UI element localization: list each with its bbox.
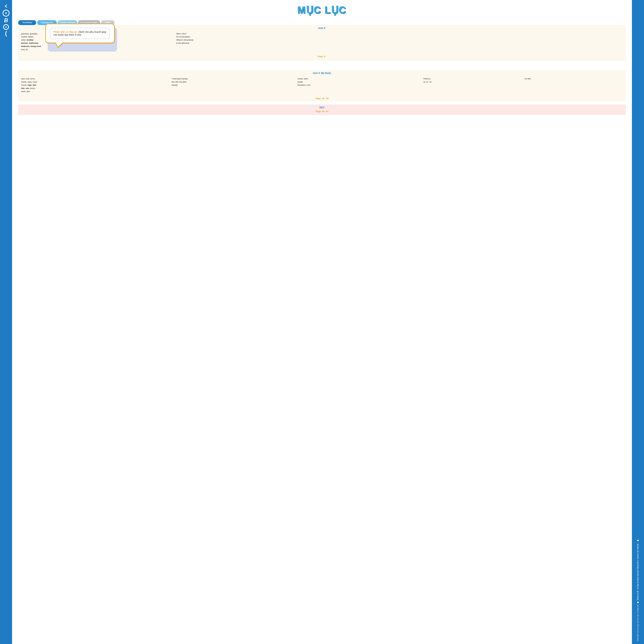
bubble-dashed-border: Phiên bản có đáp án: Dành cho phụ huynh …: [50, 28, 110, 39]
main-content: MỤC LỤC Vocabulary Language Use Content …: [12, 0, 632, 644]
right-dot-1: [637, 540, 639, 541]
key-page: Page: 45 - 47: [18, 110, 626, 115]
speech-bubble-overlay: Phiên bản có đáp án: Dành cho phụ huynh …: [45, 24, 115, 43]
unit3-vocab-text: grandma, grandpa,mother, father,sister, …: [21, 33, 41, 51]
unit4-story: It's Me!: [525, 77, 623, 93]
unit4-sounds-text: Phonics:Jj, Cc, Xx: [423, 78, 432, 83]
unit4-language: I have [two hands].He/ She has [twohands…: [172, 77, 294, 93]
logo-paren: (: [5, 30, 7, 36]
left-sidebar: < B (: [0, 0, 12, 644]
unit4-sounds: Phonics:Jj, Cc, Xx: [423, 77, 522, 93]
logo-b: B: [4, 17, 8, 24]
unit3-wrapper: Unit 3: grandma, grandpa,mother, father,…: [18, 25, 626, 61]
unit3-content-empty: [306, 32, 623, 51]
right-text-line1: Build-up 1B - Có đáp án (theo bộ sách Ti…: [637, 543, 639, 600]
unit4-section: Unit 4: My Body ears, hair, arms,hands, …: [18, 70, 626, 101]
unit3-language: Who's this?It's my [brother].Where's [Gr…: [176, 32, 303, 51]
logo-circle-small: [3, 24, 9, 30]
key-title: KEY: [18, 104, 626, 110]
key-section: KEY Page: 45 - 47: [18, 104, 626, 115]
speech-bubble: Phiên bản có đáp án: Dành cho phụ huynh …: [45, 24, 115, 43]
right-sidebar-content: Build-up 1B - Có đáp án (theo bộ sách Ti…: [637, 540, 639, 641]
unit4-row: ears, hair, arms,hands, eyes, nose.mouth…: [18, 76, 626, 96]
logo-chevron: <: [5, 3, 7, 9]
right-dot-2: [637, 602, 639, 603]
header-vocabulary: Vocabulary: [18, 20, 36, 25]
logo-circle-small-inner: [5, 26, 7, 28]
unit4-vocab-text: ears, hair, arms,hands, eyes, nose.mouth…: [21, 78, 38, 92]
unit4-page: Page: 28 - 44: [18, 96, 626, 101]
bubble-orange-text: Phiên bản có đáp án:: [53, 31, 78, 33]
logo-circle-big: [3, 10, 10, 17]
page-title: MỤC LỤC: [297, 5, 347, 16]
unit4-lang-text: I have [two hands].He/ She has [twohands…: [172, 78, 188, 86]
logo: < B (: [3, 3, 10, 36]
unit4-vocabulary: ears, hair, arms,hands, eyes, nose.mouth…: [21, 77, 169, 93]
unit4-content-text: Colors: pink,purpleNumbers: 9,10: [297, 78, 310, 86]
logo-circle-big-inner: [5, 12, 7, 14]
right-sidebar: Build-up 1B - Có đáp án (theo bộ sách Ti…: [632, 0, 644, 644]
unit3-page: Page: 6 -: [18, 54, 626, 59]
unit4-content: Colors: pink,purpleNumbers: 9,10: [297, 77, 420, 93]
unit3-lang-text: Who's this?It's my [brother].Where's [Gr…: [176, 33, 193, 44]
right-text-line2: Phát triển vốn từ vựng, cấu trúc câu, kĩ…: [637, 605, 639, 641]
title-container: MỤC LỤC: [18, 5, 626, 16]
bubble-text: Phiên bản có đáp án: Dành cho phụ huynh …: [53, 30, 107, 36]
unit4-title: Unit 4: My Body: [18, 70, 626, 76]
